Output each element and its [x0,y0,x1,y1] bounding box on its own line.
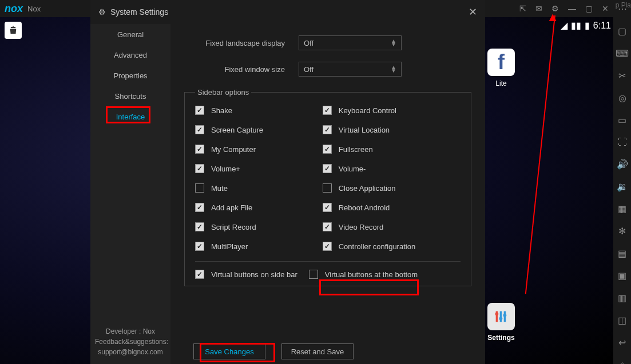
settings-nav: General Advanced Properties Shortcuts In… [90,24,170,364]
checkbox-option[interactable]: Controller configuration [323,242,450,251]
nav-general[interactable]: General [90,24,170,45]
checkbox-option[interactable]: My Computer [195,145,323,154]
checkbox-label: Volume+ [211,165,240,173]
volume-down-icon[interactable]: 🔉 [617,181,628,192]
sidebar-options-fieldset: Sidebar options ShakeKeyboard ControlScr… [184,88,471,286]
app-facebook-lite[interactable]: f Lite [484,49,518,87]
svg-rect-1 [500,311,502,322]
record-icon[interactable]: ▣ [618,270,626,281]
checkbox-label: Keyboard Control [339,106,396,115]
nav-interface[interactable]: Interface [90,106,170,127]
app-settings[interactable]: Settings [484,303,518,342]
checkbox-option[interactable]: Video Record [323,222,450,231]
checkbox-label: MultiPlayer [211,242,248,251]
checkbox-option[interactable]: Virtual Location [323,125,450,134]
checkbox-option[interactable]: Close Application [323,183,450,193]
checkbox-label: Script Record [211,223,256,231]
controller-icon[interactable]: ◫ [618,315,626,326]
reset-and-save-button[interactable]: Reset and Save [281,343,354,359]
multiplayer-icon[interactable]: ▥ [618,293,626,303]
checkbox-option[interactable]: Fullscreen [323,145,450,154]
back-icon[interactable]: ↩ [618,337,626,348]
checkbox-label: Reboot Android [339,203,390,212]
checkbox[interactable] [323,203,332,212]
checkbox-option[interactable]: Screen Capture [195,125,323,134]
save-changes-button[interactable]: Save Changes [193,343,265,359]
clock: 6:11 [593,21,611,31]
windowsize-label: Fixed window size [184,65,299,74]
checkbox[interactable] [195,222,204,231]
checkbox[interactable] [195,106,204,115]
checkbox-option[interactable]: Keyboard Control [323,106,450,115]
mail-icon[interactable]: ✉ [535,4,542,13]
background-text: p Pla [616,1,631,9]
svg-point-4 [499,317,503,321]
landscape-dropdown[interactable]: Off ▲▼ [299,35,402,50]
checkbox-label: Virtual buttons on side bar [211,270,297,279]
checkbox-label: Add apk File [211,203,252,212]
checkbox-option[interactable]: Volume+ [195,164,323,173]
checkbox[interactable] [195,183,204,193]
checkbox[interactable] [323,183,332,193]
checkbox-label: Video Record [339,223,384,231]
nav-shortcuts[interactable]: Shortcuts [90,86,170,106]
checkbox-label: Virtual buttons at the bottom [325,270,418,279]
checkbox-label: Fullscreen [339,145,373,154]
shake-icon[interactable]: ▢ [618,26,626,37]
checkbox-option[interactable]: Mute [195,183,323,193]
dialog-close-button[interactable]: ✕ [469,6,477,18]
equalizer-icon [493,309,509,325]
checkbox[interactable] [309,270,318,279]
script-icon[interactable]: ▤ [618,248,626,259]
keyboard-icon[interactable]: ⌨ [616,48,629,59]
checkbox[interactable] [323,242,332,251]
location-icon[interactable]: ◎ [618,93,626,103]
checkbox-option[interactable]: Reboot Android [323,203,450,212]
nav-advanced[interactable]: Advanced [90,45,170,65]
wifi-icon: ◢ [561,20,567,31]
checkbox-label: Controller configuration [339,242,415,251]
checkbox[interactable] [323,106,332,115]
nox-sidebar: ⋯ ▢ ⌨ ✂ ◎ ▭ ⛶ 🔊 🔉 ▦ ✻ ▤ ▣ ▥ ◫ ↩ ⌂ ☰ [613,0,631,364]
battery-icon: ▮ [585,20,590,31]
checkbox[interactable] [323,145,332,154]
checkbox[interactable] [323,222,332,231]
checkbox-option[interactable]: Virtual buttons at the bottom [309,270,418,279]
checkbox-option[interactable]: MultiPlayer [195,242,323,251]
checkbox-option[interactable]: Shake [195,106,323,115]
checkbox[interactable] [195,145,204,154]
checkbox[interactable] [323,164,332,173]
checkbox-option[interactable]: Volume- [323,164,450,173]
checkbox-label: Screen Capture [211,126,263,134]
checkbox-option[interactable]: Script Record [195,222,323,231]
nav-properties[interactable]: Properties [90,65,170,86]
signal-icon: ▮▮ [571,20,581,31]
settings-content: Fixed landscape display Off ▲▼ Fixed win… [170,24,485,364]
checkbox[interactable] [195,203,204,212]
home-icon[interactable]: ⌂ [620,359,625,364]
checkbox[interactable] [195,242,204,251]
computer-icon[interactable]: ▭ [618,115,626,126]
chevron-updown-icon: ▲▼ [391,66,396,73]
app-name: Nox [27,5,41,13]
pin-icon[interactable]: ⇱ [519,4,526,13]
checkbox[interactable] [195,270,204,279]
volume-up-icon[interactable]: 🔊 [617,159,628,170]
windowsize-dropdown[interactable]: Off ▲▼ [299,62,402,77]
reboot-icon[interactable]: ✻ [618,226,626,237]
checkbox-option[interactable]: Add apk File [195,203,323,212]
close-icon[interactable]: ✕ [602,4,609,13]
scissors-icon[interactable]: ✂ [618,70,626,81]
fullscreen-icon[interactable]: ⛶ [618,137,627,147]
checkbox[interactable] [195,125,204,134]
chevron-updown-icon: ▲▼ [391,39,396,46]
checkbox[interactable] [323,125,332,134]
checkbox-option[interactable]: Virtual buttons on side bar [195,270,297,279]
apk-icon[interactable]: ▦ [618,203,626,214]
checkbox[interactable] [195,164,204,173]
store-icon[interactable] [5,22,22,39]
gear-icon[interactable]: ⚙ [551,4,559,13]
maximize-icon[interactable]: ▢ [585,4,593,13]
facebook-icon: f [498,50,505,74]
minimize-icon[interactable]: — [568,4,576,13]
